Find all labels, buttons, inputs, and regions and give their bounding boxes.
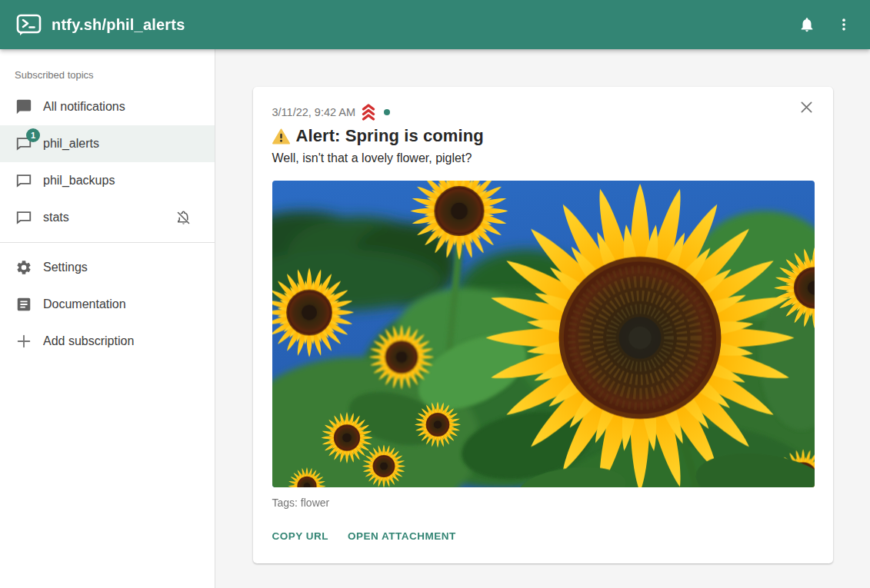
sidebar-item-all-notifications[interactable]: All notifications xyxy=(0,88,215,125)
bell-icon xyxy=(798,16,815,33)
notification-tags: Tags: flower xyxy=(272,497,815,509)
notification-timestamp: 3/11/22, 9:42 AM xyxy=(272,106,356,118)
sidebar-item-label: stats xyxy=(43,211,69,224)
notification-title-row: Alert: Spring is coming xyxy=(272,126,815,146)
notifications-bell-button[interactable] xyxy=(790,8,824,42)
appbar-title: ntfy.sh/phil_alerts xyxy=(52,16,185,34)
sidebar-item-label: Settings xyxy=(43,261,88,274)
sidebar: Subscribed topics All notifications 1 ph… xyxy=(0,49,215,588)
sidebar-item-documentation[interactable]: Documentation xyxy=(0,286,215,323)
close-icon xyxy=(798,99,815,115)
attachment-image[interactable] xyxy=(272,181,815,487)
sidebar-item-stats[interactable]: stats xyxy=(0,199,215,236)
gear-icon xyxy=(15,258,33,277)
sidebar-item-phil-backups[interactable]: phil_backups xyxy=(0,162,215,199)
sidebar-item-add-subscription[interactable]: Add subscription xyxy=(0,323,215,360)
chat-filled-icon xyxy=(15,98,33,116)
sidebar-item-settings[interactable]: Settings xyxy=(0,249,215,286)
notification-card: 3/11/22, 9:42 AM xyxy=(253,87,833,563)
notification-meta-row: 3/11/22, 9:42 AM xyxy=(272,105,815,119)
sidebar-item-phil-alerts[interactable]: 1 phil_alerts xyxy=(0,125,215,162)
sidebar-divider xyxy=(0,242,215,243)
sidebar-item-label: All notifications xyxy=(43,100,125,114)
chat-outline-icon xyxy=(15,171,33,190)
article-icon xyxy=(15,295,33,314)
plus-icon xyxy=(15,332,33,350)
priority-max-icon xyxy=(359,103,378,121)
close-notification-button[interactable] xyxy=(796,96,818,118)
warning-icon xyxy=(272,128,290,145)
notification-body: Well, isn't that a lovely flower, piglet… xyxy=(272,151,815,165)
notification-actions: COPY URL OPEN ATTACHMENT xyxy=(272,526,815,546)
overflow-menu-button[interactable] xyxy=(827,8,861,42)
sidebar-item-label: Documentation xyxy=(43,297,126,311)
app-logo-icon xyxy=(16,13,42,36)
copy-url-button[interactable]: COPY URL xyxy=(272,526,329,546)
new-indicator-dot xyxy=(384,109,390,115)
kebab-menu-icon xyxy=(836,17,852,32)
sidebar-item-label: phil_alerts xyxy=(43,137,99,151)
main-content: 3/11/22, 9:42 AM xyxy=(215,49,870,588)
chat-outline-icon: 1 xyxy=(15,135,33,153)
muted-bell-icon xyxy=(175,210,202,226)
notification-title: Alert: Spring is coming xyxy=(296,126,484,146)
unread-count-badge: 1 xyxy=(26,128,40,142)
open-attachment-button[interactable]: OPEN ATTACHMENT xyxy=(348,526,456,546)
sidebar-item-label: phil_backups xyxy=(43,174,115,188)
appbar: ntfy.sh/phil_alerts xyxy=(0,0,870,49)
sidebar-item-label: Add subscription xyxy=(43,334,134,348)
chat-outline-icon xyxy=(15,208,33,227)
sidebar-section-label: Subscribed topics xyxy=(0,49,215,88)
